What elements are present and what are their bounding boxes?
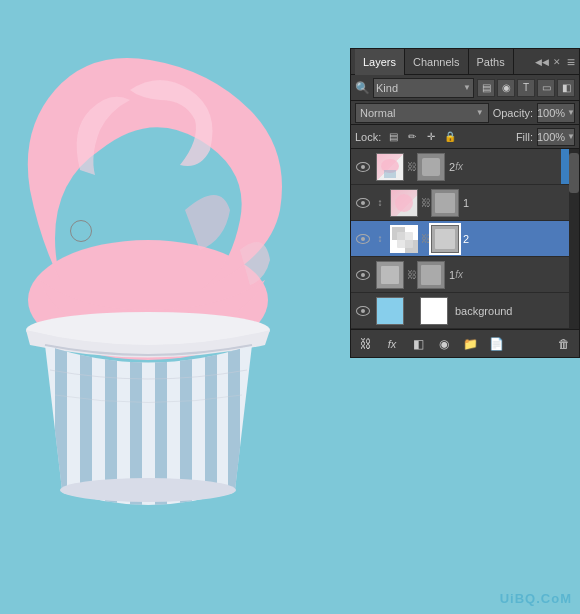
layer-name: 2 [445, 161, 455, 173]
layer-visibility-toggle[interactable] [353, 257, 373, 293]
new-adjustment-btn[interactable]: ◉ [433, 334, 455, 354]
filter-row: 🔍 Kind ▼ ▤ ◉ T ▭ ◧ [351, 75, 579, 101]
layer-fx-badge: fx [455, 161, 463, 172]
layer-visibility-toggle[interactable] [353, 293, 373, 329]
layer-thumbnail [390, 189, 418, 217]
tab-channels[interactable]: Channels [405, 49, 468, 75]
eye-icon [356, 306, 370, 316]
layer-name: background [451, 305, 567, 317]
watermark: UiBQ.CoM [500, 591, 572, 606]
layer-item[interactable]: ⛓ 2 fx [351, 149, 569, 185]
filter-text-btn[interactable]: T [517, 79, 535, 97]
layer-thumbnail [376, 297, 404, 325]
filter-icons: ▤ ◉ T ▭ ◧ [477, 79, 575, 97]
layer-thumbnail [390, 225, 418, 253]
eye-icon [356, 162, 370, 172]
layer-arrow: ↕ [373, 233, 387, 244]
layer-mask-thumbnail [420, 297, 448, 325]
eye-icon [356, 234, 370, 244]
svg-point-17 [395, 194, 413, 212]
lock-row: Lock: ▤ ✏ ✛ 🔒 Fill: 100% ▼ [351, 125, 579, 149]
layer-thumbnail [376, 261, 404, 289]
layer-link-icon[interactable]: ⛓ [407, 257, 417, 293]
layer-name: 1 [459, 197, 469, 209]
layers-list: ⛓ 2 fx ↕ [351, 149, 579, 329]
opacity-label: Opacity: [493, 107, 533, 119]
svg-point-10 [60, 478, 236, 502]
svg-rect-30 [421, 265, 441, 285]
filter-smart-btn[interactable]: ◧ [557, 79, 575, 97]
lock-image-btn[interactable]: ✏ [404, 129, 420, 145]
svg-rect-9 [228, 340, 240, 498]
svg-rect-28 [381, 266, 399, 284]
svg-rect-2 [55, 340, 67, 500]
layer-mask-thumbnail [431, 225, 459, 253]
svg-rect-26 [435, 229, 455, 249]
panel-tabs: Layers Channels Paths [355, 49, 514, 75]
layer-visibility-toggle[interactable] [353, 185, 373, 221]
layer-visibility-toggle[interactable] [353, 221, 373, 257]
kind-dropdown[interactable]: Kind ▼ [373, 78, 474, 98]
svg-rect-3 [80, 342, 92, 502]
fill-label: Fill: [516, 131, 533, 143]
svg-rect-13 [384, 170, 396, 178]
layer-mask-thumbnail [431, 189, 459, 217]
eye-icon [356, 198, 370, 208]
add-mask-btn[interactable]: ◧ [407, 334, 429, 354]
lock-label: Lock: [355, 131, 381, 143]
tab-layers[interactable]: Layers [355, 49, 405, 75]
panel-menu-btn[interactable]: ≡ [567, 54, 575, 70]
scrollbar-thumb[interactable] [569, 153, 579, 193]
layer-link-icon[interactable]: ⛓ [421, 221, 431, 257]
layer-item[interactable]: ↕ ⛓ 1 [351, 185, 569, 221]
tab-paths[interactable]: Paths [469, 49, 514, 75]
svg-rect-15 [422, 158, 440, 176]
svg-rect-8 [205, 342, 217, 503]
layer-name: 1 [445, 269, 455, 281]
fx-btn[interactable]: fx [381, 334, 403, 354]
layer-link-icon[interactable]: ⛓ [421, 185, 431, 221]
lock-pixels-btn[interactable]: ▤ [385, 129, 401, 145]
fill-arrow: ▼ [567, 132, 575, 141]
scroll-indicator [561, 149, 569, 184]
layer-arrow: ↕ [373, 197, 387, 208]
layers-panel: Layers Channels Paths ◀◀ ✕ ≡ 🔍 Kind ▼ ▤ … [350, 48, 580, 358]
filter-adjust-btn[interactable]: ◉ [497, 79, 515, 97]
opacity-arrow: ▼ [567, 108, 575, 117]
lock-position-btn[interactable]: ✛ [423, 129, 439, 145]
layer-fx-badge: fx [455, 269, 463, 280]
fill-input[interactable]: 100% ▼ [537, 128, 575, 146]
new-layer-btn[interactable]: 📄 [485, 334, 507, 354]
panel-collapse-left[interactable]: ◀◀ [535, 57, 549, 67]
blend-row: Normal ▼ Opacity: 100% ▼ [351, 101, 579, 125]
kind-dropdown-arrow: ▼ [463, 83, 471, 92]
filter-search-icon: 🔍 [355, 81, 370, 95]
layer-thumbnail [376, 153, 404, 181]
blend-mode-dropdown[interactable]: Normal ▼ [355, 103, 489, 123]
eye-icon [356, 270, 370, 280]
delete-layer-btn[interactable]: 🗑 [553, 334, 575, 354]
new-group-btn[interactable]: 📁 [459, 334, 481, 354]
link-layers-btn[interactable]: ⛓ [355, 334, 377, 354]
svg-rect-24 [397, 232, 413, 248]
layer-mask-thumbnail [417, 153, 445, 181]
filter-pixel-btn[interactable]: ▤ [477, 79, 495, 97]
layer-name: 2 [459, 233, 469, 245]
svg-rect-19 [435, 193, 455, 213]
filter-shape-btn[interactable]: ▭ [537, 79, 555, 97]
layer-item[interactable]: ↕ ⛓ 2 [351, 221, 569, 257]
opacity-input[interactable]: 100% ▼ [537, 103, 575, 123]
lock-all-btn[interactable]: 🔒 [442, 129, 458, 145]
lock-icons: ▤ ✏ ✛ 🔒 [385, 129, 458, 145]
layer-mask-thumbnail [417, 261, 445, 289]
layers-scrollbar[interactable] [569, 149, 579, 329]
cupcake-illustration [0, 0, 310, 580]
layer-link-icon[interactable]: ⛓ [407, 149, 417, 185]
layer-item[interactable]: ⛓ 1 fx [351, 257, 569, 293]
panel-close[interactable]: ✕ [553, 57, 561, 67]
layer-item[interactable]: background [351, 293, 569, 329]
selection-circle [70, 220, 92, 242]
blend-dropdown-arrow: ▼ [476, 108, 484, 117]
panel-header: Layers Channels Paths ◀◀ ✕ ≡ [351, 49, 579, 75]
layer-visibility-toggle[interactable] [353, 149, 373, 185]
